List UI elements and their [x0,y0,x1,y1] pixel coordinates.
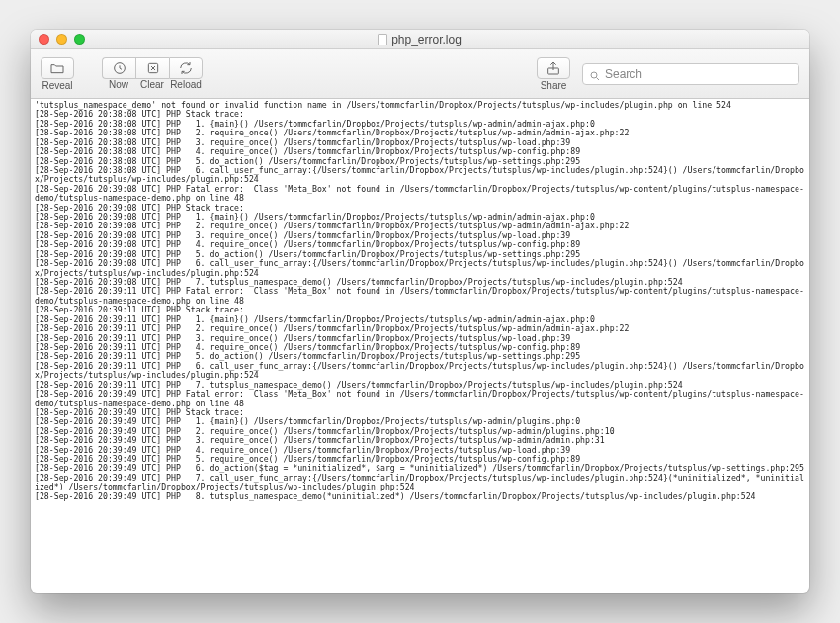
search-icon [589,68,601,80]
window-title: php_error.log [31,33,809,46]
app-window: php_error.log Reveal [31,30,809,593]
share-button[interactable] [537,57,570,79]
window-title-text: php_error.log [391,33,462,46]
log-text: 'tutsplus_namespace_demo' not found or i… [35,101,805,501]
clock-icon [112,60,127,76]
log-viewport[interactable]: 'tutsplus_namespace_demo' not found or i… [31,99,809,593]
search-input[interactable]: Search [582,63,799,85]
clear-icon [145,60,161,76]
reload-button[interactable] [169,57,203,79]
toolbar: Reveal [31,49,809,99]
folder-icon [49,60,65,76]
share-icon [546,60,561,76]
reload-icon [178,60,194,76]
now-button[interactable] [102,57,135,79]
titlebar[interactable]: php_error.log [31,30,809,49]
document-icon [378,34,387,45]
clear-button[interactable] [135,57,169,79]
search-placeholder: Search [605,67,642,81]
fullscreen-window-button[interactable] [74,34,85,44]
svg-point-3 [591,72,597,78]
close-window-button[interactable] [39,34,49,44]
reveal-label: Reveal [42,80,72,91]
share-label: Share [541,80,567,91]
now-label: Now [102,79,135,90]
minimize-window-button[interactable] [56,34,67,44]
window-controls [39,34,85,44]
reload-label: Reload [169,79,203,90]
clear-label: Clear [135,79,169,90]
reveal-button[interactable] [41,57,74,79]
